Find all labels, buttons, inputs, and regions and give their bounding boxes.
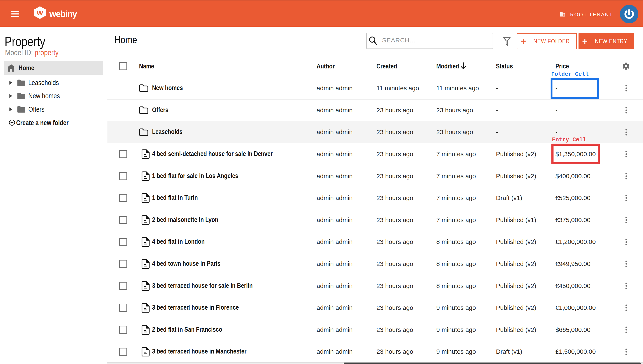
- svg-text:w: w: [37, 8, 43, 17]
